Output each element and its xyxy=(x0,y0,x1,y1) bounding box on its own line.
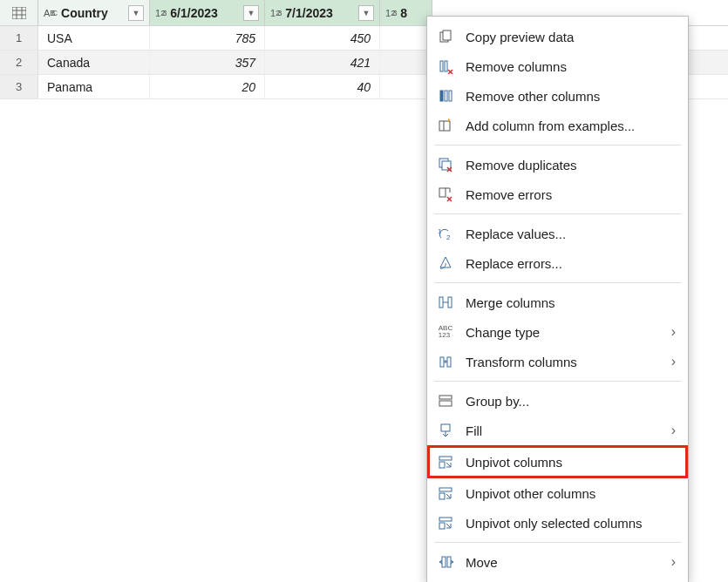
type-text-icon: ABC xyxy=(44,8,58,18)
svg-rect-26 xyxy=(448,297,452,308)
svg-rect-35 xyxy=(439,493,445,499)
menu-label: Unpivot other columns xyxy=(466,486,595,501)
unpivot-selected-icon xyxy=(436,515,455,531)
replace-errors-icon xyxy=(436,255,455,271)
menu-label: Remove errors xyxy=(466,187,552,202)
filter-dropdown-icon[interactable]: ▼ xyxy=(243,5,259,21)
menu-unpivot-columns[interactable]: Unpivot columns xyxy=(427,445,688,478)
svg-rect-38 xyxy=(442,557,446,567)
column-context-menu: Copy preview data Remove columns Remove … xyxy=(426,16,689,582)
type-number-icon: 123 xyxy=(270,8,282,18)
menu-remove-columns[interactable]: Remove columns xyxy=(427,51,688,81)
menu-move[interactable]: Move › xyxy=(427,547,688,577)
column-label: 6/1/2023 xyxy=(170,6,218,20)
move-icon xyxy=(436,554,455,570)
menu-merge-columns[interactable]: Merge columns xyxy=(427,288,688,317)
select-all-cell[interactable] xyxy=(0,0,38,25)
submenu-arrow-icon: › xyxy=(671,354,676,369)
cell-value[interactable] xyxy=(380,51,432,74)
menu-label: Remove columns xyxy=(466,59,567,74)
filter-dropdown-icon[interactable]: ▼ xyxy=(358,5,374,21)
submenu-arrow-icon: › xyxy=(671,324,676,340)
menu-label: Fill xyxy=(466,423,482,438)
svg-rect-31 xyxy=(441,424,450,431)
svg-rect-11 xyxy=(440,91,443,101)
menu-copy-preview-data[interactable]: Copy preview data xyxy=(427,22,688,51)
fill-icon xyxy=(436,423,455,438)
svg-rect-6 xyxy=(443,30,451,40)
column-label: Country xyxy=(61,6,108,20)
cell-value[interactable]: 357 xyxy=(150,51,265,74)
svg-rect-13 xyxy=(449,91,452,101)
transform-columns-icon xyxy=(436,354,455,369)
menu-label: Replace values... xyxy=(466,227,566,241)
menu-label: Remove other columns xyxy=(466,89,600,104)
menu-replace-errors[interactable]: Replace errors... xyxy=(427,248,688,278)
menu-separator xyxy=(434,282,681,283)
svg-rect-29 xyxy=(439,396,452,399)
menu-add-column-from-examples[interactable]: Add column from examples... xyxy=(427,111,688,140)
cell-value[interactable]: 450 xyxy=(265,26,380,50)
cell-country[interactable]: Panama xyxy=(38,75,150,98)
svg-rect-25 xyxy=(439,297,443,308)
cell-value[interactable] xyxy=(380,26,432,50)
svg-rect-30 xyxy=(439,401,452,406)
svg-rect-8 xyxy=(445,61,447,71)
menu-label: Add column from examples... xyxy=(466,118,635,133)
cell-value[interactable]: 421 xyxy=(265,51,380,74)
menu-unpivot-other-columns[interactable]: Unpivot other columns xyxy=(427,478,688,508)
menu-remove-errors[interactable]: Remove errors xyxy=(427,179,688,209)
menu-label: Remove duplicates xyxy=(466,158,577,173)
cell-value[interactable] xyxy=(380,75,432,98)
menu-group-by[interactable]: Group by... xyxy=(427,386,688,416)
remove-other-columns-icon xyxy=(436,88,455,104)
column-header-d1[interactable]: 123 6/1/2023 ▼ xyxy=(150,0,265,25)
menu-unpivot-selected-columns[interactable]: Unpivot only selected columns xyxy=(427,508,688,538)
cell-value[interactable]: 785 xyxy=(150,26,265,50)
menu-replace-values[interactable]: 12 Replace values... xyxy=(427,219,688,248)
menu-separator xyxy=(434,381,681,382)
menu-fill[interactable]: Fill › xyxy=(427,416,688,445)
cell-value[interactable]: 20 xyxy=(150,75,265,98)
remove-columns-icon xyxy=(436,58,455,74)
submenu-arrow-icon: › xyxy=(671,423,676,438)
cell-value[interactable]: 40 xyxy=(265,75,380,98)
unpivot-icon xyxy=(436,454,455,470)
table-icon xyxy=(12,7,26,19)
svg-rect-33 xyxy=(439,462,445,468)
cell-country[interactable]: Canada xyxy=(38,51,150,74)
cell-country[interactable]: USA xyxy=(38,26,150,50)
copy-icon xyxy=(436,29,455,44)
svg-rect-20 xyxy=(439,188,446,197)
svg-rect-36 xyxy=(439,518,452,521)
menu-label: Move xyxy=(466,555,498,570)
column-label: 8 xyxy=(400,6,407,20)
change-type-icon: ABC123 xyxy=(436,325,455,339)
svg-rect-27 xyxy=(440,357,444,367)
add-column-icon xyxy=(436,118,455,133)
row-number: 2 xyxy=(0,51,38,74)
menu-remove-duplicates[interactable]: Remove duplicates xyxy=(427,150,688,179)
menu-change-type[interactable]: ABC123 Change type › xyxy=(427,317,688,347)
svg-rect-32 xyxy=(439,457,452,460)
svg-rect-28 xyxy=(447,357,451,367)
row-number: 3 xyxy=(0,75,38,98)
column-header-d3[interactable]: 123 8 xyxy=(380,0,432,25)
menu-label: Change type xyxy=(466,325,540,340)
menu-remove-other-columns[interactable]: Remove other columns xyxy=(427,81,688,111)
filter-dropdown-icon[interactable]: ▼ xyxy=(128,5,144,21)
menu-label: Transform columns xyxy=(466,355,577,369)
column-label: 7/1/2023 xyxy=(285,6,333,20)
type-number-icon: 123 xyxy=(385,8,397,18)
row-number: 1 xyxy=(0,26,38,50)
svg-rect-39 xyxy=(447,557,451,567)
menu-label: Merge columns xyxy=(466,295,555,310)
column-header-d2[interactable]: 123 7/1/2023 ▼ xyxy=(265,0,380,25)
svg-rect-34 xyxy=(439,488,452,491)
menu-label: Replace errors... xyxy=(466,256,562,271)
svg-rect-12 xyxy=(445,91,447,101)
replace-values-icon: 12 xyxy=(436,226,455,241)
menu-label: Copy preview data xyxy=(466,30,574,44)
menu-transform-columns[interactable]: Transform columns › xyxy=(427,347,688,376)
column-header-country[interactable]: ABC Country ▼ xyxy=(38,0,150,25)
